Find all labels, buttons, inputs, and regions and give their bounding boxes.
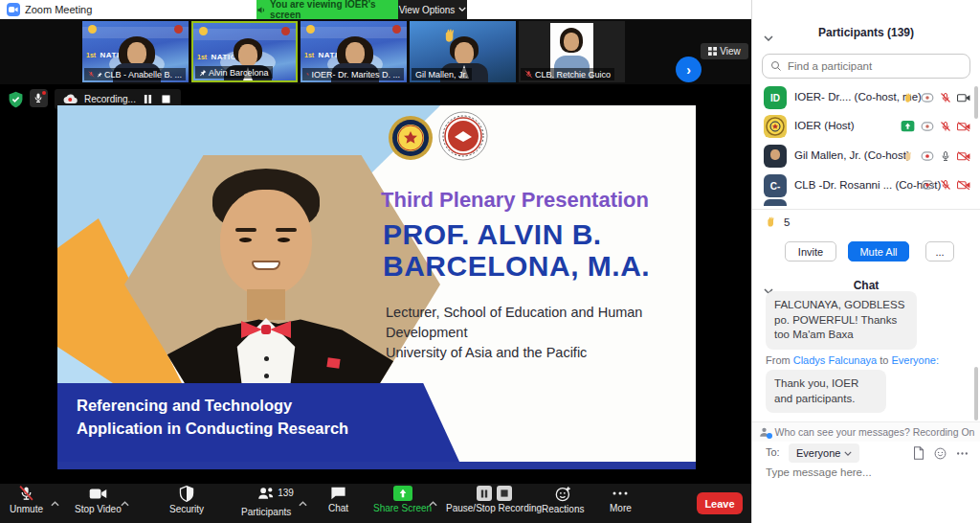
ioer-seal-logo [388, 115, 434, 165]
tile-name-label: CLB. Retchie Guico [521, 68, 614, 80]
emoji-icon[interactable] [934, 447, 947, 460]
tile-name-label: Gil Mallen, Jr. [412, 68, 472, 80]
stop-video-button[interactable]: Stop Video [75, 486, 122, 514]
participants-icon [256, 486, 276, 501]
participants-options-caret[interactable] [299, 493, 307, 511]
video-tile-alvin[interactable]: 1st NATIONAL Alvin Barcelona [191, 21, 298, 82]
view-options-button[interactable]: View Options [398, 0, 467, 19]
security-label: Security [169, 504, 204, 514]
recording-cloud-icon [63, 94, 78, 104]
leave-label: Leave [704, 498, 734, 510]
encryption-shield-icon[interactable] [8, 91, 24, 112]
mute-all-button[interactable]: Mute All [848, 241, 909, 262]
video-tile-gil[interactable]: Gil Mallen, Jr. [410, 21, 516, 82]
zoom-meeting-window: Zoom Meeting You are viewing IOER's scre… [0, 0, 980, 523]
video-tile-retchie[interactable]: CLB. Retchie Guico [519, 21, 625, 82]
view-layout-button[interactable]: View [701, 43, 748, 59]
participant-status-icons [902, 149, 970, 163]
share-options-caret[interactable] [429, 493, 437, 511]
share-screen-button[interactable]: Share Screen [373, 486, 432, 513]
pin-icon [97, 71, 102, 79]
participant-name: Gil Mallen, Jr. (Co-host) [794, 149, 910, 161]
speaker-name-line1: PROF. ALVIN B. [383, 218, 650, 250]
audio-status-badge [30, 89, 48, 107]
mic-muted-icon [306, 70, 309, 79]
leave-button[interactable]: Leave [697, 492, 743, 514]
tile-name-label: Alvin Barcelona [195, 66, 273, 79]
viewing-screen-banner: You are viewing IOER's screen [256, 0, 398, 19]
slide-topic-banner: Referencing and Technology Application i… [57, 383, 459, 462]
speaker-name-line2: BARCELONA, M.A. [383, 250, 650, 282]
share-screen-label: Share Screen [373, 503, 432, 513]
avatar [764, 145, 787, 168]
divider [752, 209, 980, 210]
more-button[interactable]: More [610, 486, 632, 513]
reactions-button[interactable]: Reactions [542, 486, 584, 514]
video-tile-marites[interactable]: 1st NATIONAL IOER- Dr. Marites D. ... [301, 21, 407, 82]
view-button-label: View [720, 46, 741, 57]
video-tile-anabelle[interactable]: 1st NATIONAL CLB - Anabelle B. ... [82, 21, 189, 82]
chat-message-input[interactable] [766, 466, 967, 478]
pause-stop-recording-button[interactable]: Pause/Stop Recording [446, 486, 542, 513]
video-options-caret[interactable] [121, 493, 129, 511]
unmute-button[interactable]: Unmute [10, 486, 43, 514]
stop-recording-button[interactable] [161, 94, 172, 105]
recipient-value: Everyone [796, 447, 840, 459]
clapping-hands-icon [440, 26, 459, 49]
mic-muted-icon [940, 121, 951, 132]
recipient-dropdown[interactable]: Everyone [789, 443, 859, 463]
screen-sharing-icon [901, 120, 915, 132]
recording-indicator-icon [921, 121, 934, 132]
video-off-icon [957, 150, 970, 162]
tile-name-label: CLB - Anabelle B. ... [84, 68, 186, 80]
grid-icon [708, 47, 717, 56]
more-dots-icon [612, 486, 629, 501]
pause-recording-button[interactable] [143, 94, 154, 105]
chat-scrollbar[interactable] [974, 367, 978, 421]
window-title: Zoom Meeting [25, 4, 92, 15]
stop-recording-icon[interactable] [497, 486, 512, 501]
video-on-icon [957, 92, 970, 103]
meeting-toolbar: Unmute Stop Video Security 139 Participa… [0, 484, 751, 523]
participants-button[interactable]: 139 Participants [241, 486, 291, 517]
chat-more-icon[interactable] [956, 451, 969, 456]
side-panel: Participants (139) ID IOER- Dr.... (Co-h… [751, 0, 980, 523]
reaction-count: 5 [784, 216, 790, 228]
chevron-down-icon [844, 451, 852, 456]
participant-row[interactable]: Gil Mallen, Jr. (Co-host) [752, 143, 980, 170]
slide-bottom-strip [57, 462, 696, 469]
audio-options-caret[interactable] [51, 493, 59, 511]
recording-status-text: Recording... [84, 94, 136, 104]
mic-muted-icon [18, 486, 34, 502]
chat-message-bubble: FALCUNAYA, GODBLESS po. POWERFUL! Thanks… [766, 291, 917, 350]
participant-row[interactable]: IOER (Host) [752, 113, 980, 140]
participant-row[interactable]: ID IOER- Dr.... (Co-host, me) [752, 84, 980, 111]
file-attach-icon[interactable] [913, 446, 924, 460]
invite-button[interactable]: Invite [785, 241, 836, 262]
participants-more-button[interactable]: ... [925, 241, 954, 262]
participants-scrollbar[interactable] [974, 86, 978, 119]
mic-muted-icon [88, 70, 95, 79]
to-label: To: [766, 446, 780, 458]
security-button[interactable]: Security [169, 486, 204, 514]
participant-search[interactable] [762, 54, 970, 79]
pause-recording-icon[interactable] [477, 486, 492, 501]
recording-indicator-icon [921, 150, 934, 162]
mic-muted-icon [524, 70, 533, 79]
stop-video-label: Stop Video [75, 504, 122, 514]
more-dots: ... [935, 246, 944, 258]
video-off-icon [957, 179, 970, 191]
chat-button[interactable]: Chat [328, 486, 348, 513]
clapping-hands-icon [764, 215, 778, 229]
speaker-name: PROF. ALVIN B. BARCELONA, M.A. [383, 218, 650, 282]
zoom-logo-icon [7, 3, 20, 16]
speaker-icon [256, 5, 266, 15]
partial-participant-row [764, 199, 787, 206]
participant-row[interactable]: C- CLB -Dr. Rosanni ... (Co-host) [752, 172, 980, 199]
next-page-arrow-button[interactable]: › [676, 57, 702, 82]
affiliation-line: Lecturer, School of Education and Human [386, 303, 642, 323]
chat-label: Chat [328, 503, 348, 513]
person-privacy-icon [758, 426, 770, 439]
chat-privacy-notice[interactable]: Who can see your messages? Recording On [752, 421, 980, 442]
search-input[interactable] [788, 60, 950, 72]
